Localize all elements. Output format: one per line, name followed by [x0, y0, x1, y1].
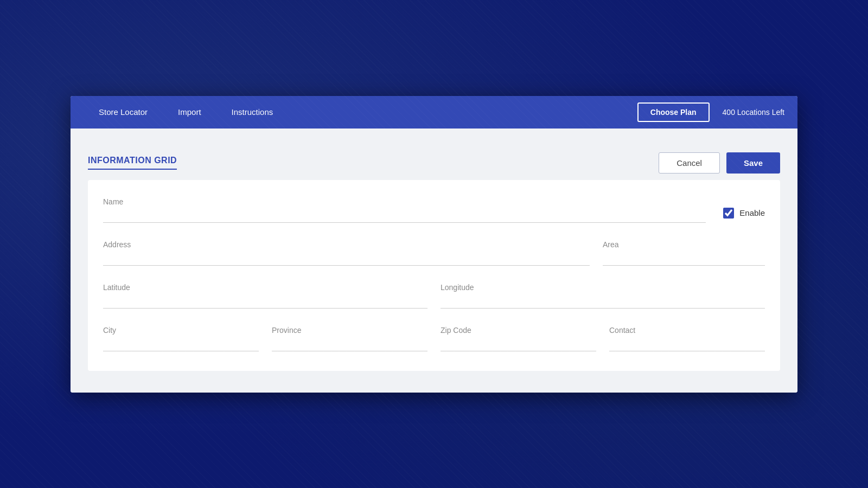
name-field: Name: [103, 197, 706, 223]
longitude-label: Longitude: [441, 283, 765, 292]
city-row: City Province Zip Code Contact: [103, 326, 765, 351]
area-field: Area: [603, 240, 765, 266]
city-label: City: [103, 326, 259, 335]
nav-instructions[interactable]: Instructions: [216, 98, 289, 126]
zip-code-label: Zip Code: [441, 326, 596, 335]
nav-bar: Store Locator Import Instructions Choose…: [71, 96, 797, 129]
province-label: Province: [272, 326, 427, 335]
locations-left-label: 400 Locations Left: [723, 108, 784, 117]
enable-label: Enable: [739, 208, 765, 217]
nav-links: Store Locator Import Instructions: [84, 98, 637, 126]
name-enable-row: Name Enable: [103, 197, 765, 223]
address-field: Address: [103, 240, 590, 266]
section-title: INFORMATION GRID: [88, 156, 177, 170]
area-label: Area: [603, 240, 765, 249]
enable-checkbox[interactable]: [723, 208, 734, 219]
nav-store-locator[interactable]: Store Locator: [84, 98, 163, 126]
nav-import[interactable]: Import: [163, 98, 216, 126]
section-header-row: INFORMATION GRID Cancel Save: [88, 142, 780, 180]
area-input[interactable]: [603, 252, 765, 266]
contact-input[interactable]: [609, 338, 765, 351]
form-card: Name Enable Address Area: [88, 180, 780, 371]
contact-label: Contact: [609, 326, 765, 335]
address-area-row: Address Area: [103, 240, 765, 266]
province-input[interactable]: [272, 338, 427, 351]
city-input[interactable]: [103, 338, 259, 351]
header-buttons: Cancel Save: [659, 152, 780, 174]
address-input[interactable]: [103, 252, 590, 266]
longitude-input[interactable]: [441, 295, 765, 309]
name-input[interactable]: [103, 209, 706, 223]
name-label: Name: [103, 197, 706, 206]
nav-right: Choose Plan 400 Locations Left: [637, 102, 784, 122]
province-field: Province: [272, 326, 427, 351]
latitude-field: Latitude: [103, 283, 427, 309]
choose-plan-button[interactable]: Choose Plan: [637, 102, 710, 122]
longitude-field: Longitude: [441, 283, 765, 309]
latitude-label: Latitude: [103, 283, 427, 292]
latitude-input[interactable]: [103, 295, 427, 309]
save-button[interactable]: Save: [726, 152, 780, 174]
content-area: INFORMATION GRID Cancel Save Name Enable: [71, 129, 797, 393]
city-field: City: [103, 326, 259, 351]
zip-code-input[interactable]: [441, 338, 596, 351]
address-label: Address: [103, 240, 590, 249]
lat-lng-row: Latitude Longitude: [103, 283, 765, 309]
cancel-button[interactable]: Cancel: [659, 152, 720, 174]
contact-field: Contact: [609, 326, 765, 351]
zip-code-field: Zip Code: [441, 326, 596, 351]
enable-row: Enable: [723, 208, 765, 223]
main-window: Store Locator Import Instructions Choose…: [71, 96, 797, 393]
